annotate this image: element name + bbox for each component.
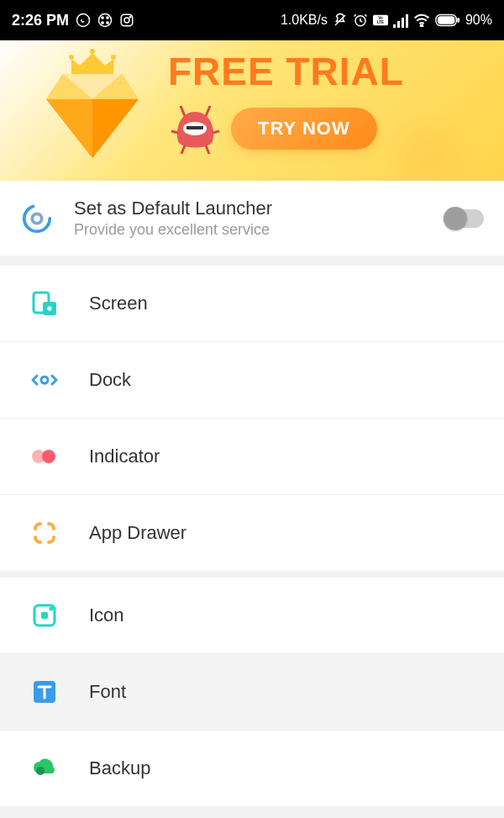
svg-point-0 [77, 14, 90, 27]
wifi-icon [413, 13, 430, 27]
mascot-icon [168, 99, 223, 158]
svg-line-30 [206, 145, 209, 154]
svg-point-22 [69, 55, 74, 60]
svg-point-27 [187, 126, 191, 129]
banner-title: FREE TRIAL [168, 52, 487, 91]
svg-point-43 [50, 607, 54, 611]
svg-line-31 [171, 131, 178, 133]
default-launcher-subtitle: Provide you excellent service [74, 221, 423, 239]
backup-icon [30, 754, 59, 783]
item-label: Dock [89, 369, 131, 391]
dock-icon [30, 366, 59, 394]
svg-point-38 [41, 377, 48, 383]
screen-icon [30, 289, 59, 318]
signal-icon [393, 13, 408, 28]
svg-text:LTE: LTE [377, 21, 384, 25]
settings-item-indicator[interactable]: Indicator [0, 419, 504, 495]
svg-point-18 [421, 24, 423, 27]
indicator-icon [30, 442, 59, 471]
svg-rect-15 [397, 21, 400, 28]
mute-icon [333, 13, 348, 28]
instagram-icon [119, 13, 134, 28]
clock: 2:26 PM [12, 12, 69, 29]
settings-item-font[interactable]: Font [0, 654, 504, 731]
svg-point-28 [199, 126, 202, 129]
svg-point-35 [34, 215, 40, 222]
svg-point-2 [101, 16, 104, 19]
svg-point-45 [36, 767, 45, 775]
item-label: Backup [89, 757, 150, 779]
settings-item-backup[interactable]: Backup [0, 731, 504, 806]
svg-point-24 [111, 55, 116, 60]
default-launcher-title: Set as Default Launcher [74, 198, 423, 219]
svg-rect-42 [41, 612, 48, 619]
settings-group-1: Screen Dock Indicator App Drawer [0, 266, 504, 571]
alarm-icon [353, 13, 368, 28]
settings-group-2: Icon Font Backup [0, 578, 504, 806]
promo-banner[interactable]: FREE TRIAL TRY NOW [0, 40, 504, 181]
status-bar: 2:26 PM 1.0KB/s VoLTE 90% [0, 0, 504, 40]
volte-icon: VoLTE [373, 14, 388, 26]
diamond-icon [46, 74, 139, 158]
item-label: App Drawer [89, 522, 186, 544]
svg-point-40 [42, 450, 55, 463]
battery-icon [435, 13, 460, 27]
whatsapp-icon [76, 13, 91, 28]
svg-point-8 [129, 16, 131, 18]
svg-rect-17 [406, 14, 408, 28]
app-drawer-icon [30, 519, 59, 547]
item-label: Indicator [89, 446, 160, 467]
item-label: Screen [89, 293, 148, 314]
icon-icon [30, 601, 59, 630]
data-speed: 1.0KB/s [281, 13, 328, 28]
settings-item-screen[interactable]: Screen [0, 266, 504, 342]
default-launcher-toggle[interactable] [444, 209, 484, 228]
font-icon [30, 678, 59, 706]
svg-line-32 [213, 131, 219, 133]
svg-rect-21 [457, 18, 459, 23]
svg-rect-20 [438, 16, 455, 24]
gear-icon [20, 202, 54, 235]
svg-point-23 [90, 49, 95, 54]
svg-point-3 [106, 16, 109, 19]
battery-percent: 90% [465, 13, 492, 28]
svg-point-4 [101, 21, 104, 24]
app-icon [97, 13, 113, 28]
svg-text:Vo: Vo [378, 16, 383, 20]
settings-item-app-drawer[interactable]: App Drawer [0, 495, 504, 571]
settings-item-icon[interactable]: Icon [0, 578, 504, 654]
svg-point-1 [99, 14, 112, 27]
try-now-button[interactable]: TRY NOW [231, 108, 377, 150]
svg-rect-14 [393, 24, 396, 28]
svg-line-29 [181, 145, 185, 154]
svg-point-5 [106, 21, 109, 24]
settings-item-dock[interactable]: Dock [0, 342, 504, 419]
item-label: Icon [89, 604, 124, 626]
svg-point-7 [124, 18, 129, 23]
svg-rect-16 [402, 18, 404, 28]
item-label: Font [89, 681, 126, 703]
default-launcher-row[interactable]: Set as Default Launcher Provide you exce… [0, 181, 504, 259]
